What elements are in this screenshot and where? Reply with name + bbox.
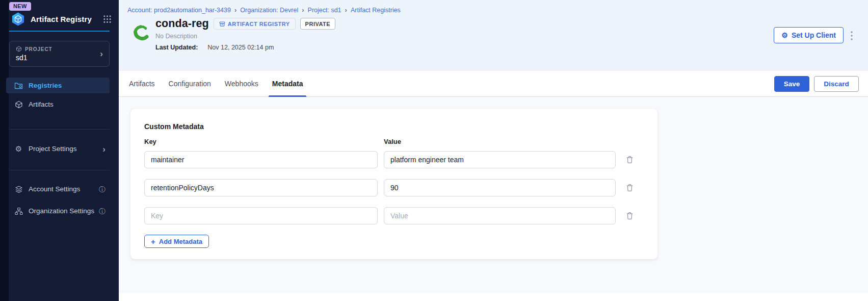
breadcrumb: Account: prod2automation_har-3439 › Orga… xyxy=(127,6,401,14)
metadata-value-input-3[interactable] xyxy=(384,207,616,224)
metadata-key-input-3[interactable] xyxy=(144,207,378,224)
last-updated-label: Last Updated: xyxy=(155,44,198,51)
tab-webhooks[interactable]: Webhooks xyxy=(225,71,258,96)
metadata-key-input-2[interactable] xyxy=(144,179,378,196)
sidebar-divider xyxy=(9,129,110,130)
sidebar-divider xyxy=(9,170,110,170)
sidebar-item-account-settings[interactable]: Account Settings ⓘ xyxy=(6,181,110,197)
metadata-row xyxy=(144,151,644,168)
page-header: Account: prod2automation_har-3439 › Orga… xyxy=(119,0,868,71)
tab-metadata[interactable]: Metadata xyxy=(272,71,303,96)
chevron-right-icon: › xyxy=(302,6,304,14)
sidebar-item-label: Project Settings xyxy=(29,145,77,153)
sidebar-item-label: Artifacts xyxy=(29,101,54,108)
save-button[interactable]: Save xyxy=(774,76,809,92)
layers-icon xyxy=(14,185,23,193)
sidebar-item-registries[interactable]: Registries xyxy=(6,78,110,93)
tab-actions: Save Discard xyxy=(774,76,859,92)
chevron-right-icon: › xyxy=(234,6,236,14)
breadcrumb-account[interactable]: Account: prod2automation_har-3439 xyxy=(127,7,231,14)
tab-artifacts[interactable]: Artifacts xyxy=(129,71,155,96)
delete-row-button-1[interactable] xyxy=(624,154,635,165)
info-icon[interactable]: ⓘ xyxy=(99,208,106,214)
key-column-header: Key xyxy=(144,138,156,145)
metadata-row xyxy=(144,179,644,196)
cube-icon xyxy=(16,46,22,52)
app-root: NEW Artifact Registry xyxy=(0,0,868,301)
plus-icon: + xyxy=(151,238,155,245)
content-area: Custom Metadata Key Value xyxy=(119,97,868,293)
sidebar-header: Artifact Registry xyxy=(11,11,112,27)
chevron-right-icon: › xyxy=(102,144,106,153)
new-badge: NEW xyxy=(9,2,31,11)
breadcrumb-organization[interactable]: Organization: Devrel xyxy=(240,7,298,14)
project-label-row: PROJECT xyxy=(16,46,52,52)
registries-folder-icon xyxy=(14,82,23,89)
title-row: conda-reg ARTIFACT REGISTRY PRIVATE xyxy=(155,17,335,30)
module-grid-icon[interactable] xyxy=(103,15,112,23)
gear-icon: ⚙ xyxy=(781,32,788,39)
project-name: sd1 xyxy=(16,54,28,62)
gear-icon: ⚙ xyxy=(14,145,23,153)
sidebar-item-label: Account Settings xyxy=(29,185,80,193)
registry-type-label: ARTIFACT REGISTRY xyxy=(228,21,290,27)
delete-row-button-2[interactable] xyxy=(624,182,635,193)
value-column-header: Value xyxy=(384,138,401,145)
set-up-client-label: Set Up Client xyxy=(792,31,836,39)
breadcrumb-project[interactable]: Project: sd1 xyxy=(308,7,341,14)
sidebar: NEW Artifact Registry xyxy=(0,0,119,301)
sidebar-item-label: Organization Settings xyxy=(29,207,94,215)
info-icon[interactable]: ⓘ xyxy=(99,186,106,192)
add-metadata-button[interactable]: + Add Metadata xyxy=(144,235,209,248)
sidebar-item-artifacts[interactable]: Artifacts xyxy=(6,96,110,112)
breadcrumb-artifact-registries[interactable]: Artifact Registries xyxy=(351,7,401,14)
main-area: Account: prod2automation_har-3439 › Orga… xyxy=(119,0,868,301)
more-options-kebab-icon[interactable] xyxy=(848,30,855,42)
chevron-right-icon: › xyxy=(100,49,103,58)
sidebar-item-organization-settings[interactable]: Organization Settings ⓘ xyxy=(6,203,110,219)
visibility-badge: PRIVATE xyxy=(300,18,336,30)
registry-type-badge: ARTIFACT REGISTRY xyxy=(214,18,296,30)
registry-description: No Description xyxy=(155,33,197,40)
last-updated-value: Nov 12, 2025 02:14 pm xyxy=(207,44,274,51)
trash-icon xyxy=(626,184,634,192)
metadata-key-input-1[interactable] xyxy=(144,151,378,168)
sidebar-item-project-settings[interactable]: ⚙ Project Settings › xyxy=(6,141,110,157)
metadata-row xyxy=(144,207,644,224)
set-up-client-button[interactable]: ⚙ Set Up Client xyxy=(774,27,844,43)
sidebar-item-label: Registries xyxy=(29,82,62,89)
artifact-registry-logo-icon xyxy=(11,12,25,26)
project-selector[interactable]: PROJECT sd1 › xyxy=(9,41,110,67)
project-label: PROJECT xyxy=(25,46,52,52)
trash-icon xyxy=(626,212,634,220)
last-updated-row: Last Updated: Nov 12, 2025 02:14 pm xyxy=(155,44,274,51)
tab-configuration[interactable]: Configuration xyxy=(169,71,211,96)
custom-metadata-card: Custom Metadata Key Value xyxy=(130,109,657,259)
tab-bar: Artifacts Configuration Webhooks Metadat… xyxy=(119,71,868,97)
page-title: conda-reg xyxy=(155,17,209,30)
add-metadata-label: Add Metadata xyxy=(159,238,202,245)
conda-registry-icon xyxy=(130,23,151,44)
card-title: Custom Metadata xyxy=(144,122,204,131)
metadata-value-input-1[interactable] xyxy=(384,151,616,168)
chevron-right-icon: › xyxy=(345,6,347,14)
metadata-value-input-2[interactable] xyxy=(384,179,616,196)
cube-icon xyxy=(14,101,23,109)
delete-row-button-3[interactable] xyxy=(624,210,635,221)
app-title: Artifact Registry xyxy=(31,15,92,23)
org-chart-icon xyxy=(14,207,23,215)
discard-button[interactable]: Discard xyxy=(814,76,859,92)
registry-lock-icon xyxy=(219,21,225,27)
sidebar-accent-divider xyxy=(9,31,110,32)
trash-icon xyxy=(626,156,634,164)
